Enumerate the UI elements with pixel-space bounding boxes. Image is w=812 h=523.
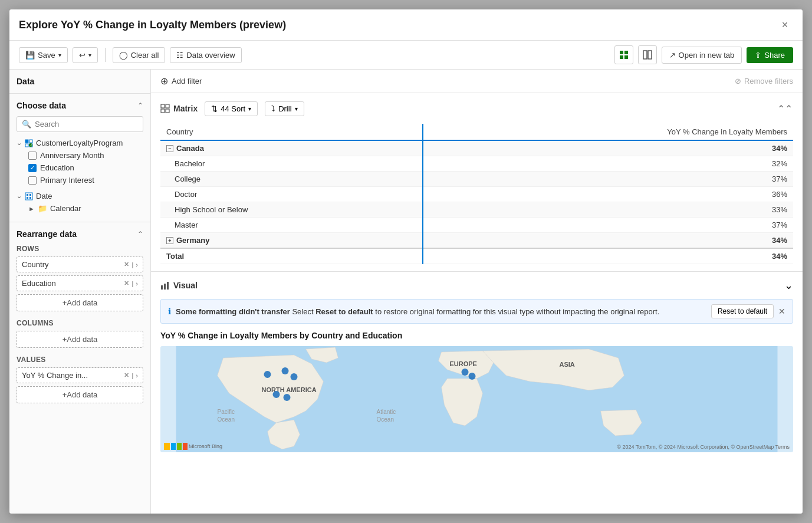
matrix-table: Country YoY % Change in Loyalty Members … xyxy=(160,124,793,264)
svg-rect-22 xyxy=(164,284,166,290)
country-chip-more[interactable]: › xyxy=(136,261,138,268)
education-chip-more[interactable]: › xyxy=(136,280,138,287)
clear-button[interactable]: ◯ Clear all xyxy=(113,47,166,63)
remove-filters-icon: ⊘ xyxy=(735,77,741,85)
expand-icon[interactable]: + xyxy=(166,237,173,244)
anniversary-checkbox[interactable] xyxy=(28,152,37,160)
data-overview-button[interactable]: ☷ Data overview xyxy=(170,47,241,63)
map-credit: © 2024 TomTom, © 2024 Microsoft Corporat… xyxy=(617,444,790,450)
table-row[interactable]: Doctor 36% xyxy=(160,187,793,202)
svg-point-36 xyxy=(284,394,291,401)
svg-rect-20 xyxy=(166,109,169,113)
svg-rect-3 xyxy=(624,55,628,59)
table-row[interactable]: College 37% xyxy=(160,172,793,187)
table-row[interactable]: + Germany 34% xyxy=(160,233,793,249)
matrix-collapse-button[interactable]: ⌃⌃ xyxy=(777,100,793,117)
svg-rect-21 xyxy=(161,285,163,290)
search-input[interactable] xyxy=(35,120,138,129)
table-row[interactable]: High School or Below 33% xyxy=(160,202,793,218)
education-checkbox[interactable]: ✓ xyxy=(28,164,37,172)
yoy-chip-more[interactable]: › xyxy=(136,372,138,379)
svg-rect-13 xyxy=(27,194,28,196)
share-button[interactable]: ⇧ Share xyxy=(747,47,793,63)
row-label: Master xyxy=(160,218,423,233)
close-button[interactable]: × xyxy=(777,17,793,33)
tree-calendar[interactable]: ► 📁 Calendar xyxy=(28,202,143,215)
rearrange-header: Rearrange data ⌃ xyxy=(17,229,143,239)
matrix-tbody: − Canada 34% Bachelor 32% xyxy=(160,140,793,264)
yoy-chip-actions: ✕ | › xyxy=(124,371,138,379)
toolbar-separator xyxy=(105,48,106,62)
rearrange-chevron[interactable]: ⌃ xyxy=(137,230,143,238)
primary-interest-checkbox[interactable] xyxy=(28,176,37,185)
row-label: College xyxy=(160,172,423,187)
values-label: Values xyxy=(17,356,143,364)
country-chip-remove[interactable]: ✕ xyxy=(124,261,129,268)
visual-collapse-button[interactable]: ⌄ xyxy=(784,279,793,292)
svg-rect-41 xyxy=(177,443,182,450)
drill-icon: ⤵ xyxy=(271,104,275,113)
row-value: 36% xyxy=(423,187,793,202)
map-container: NORTH AMERICA EUROPE ASIA Pacific Ocean … xyxy=(160,346,793,452)
svg-text:Atlantic: Atlantic xyxy=(377,409,396,415)
svg-rect-17 xyxy=(161,104,165,108)
sort-button[interactable]: ⇅ 44 Sort ▾ xyxy=(205,101,258,116)
visual-label: Visual xyxy=(160,281,198,290)
svg-text:✓: ✓ xyxy=(30,143,32,147)
table-row[interactable]: Master 37% xyxy=(160,218,793,233)
add-filter-button[interactable]: ⊕ Add filter xyxy=(160,75,202,87)
expand-icon[interactable]: − xyxy=(166,145,173,152)
svg-rect-0 xyxy=(620,51,623,54)
grid-view-button[interactable] xyxy=(614,45,633,64)
tree-child-anniversary[interactable]: Anniversary Month xyxy=(28,149,143,162)
grid-icon xyxy=(619,50,629,60)
svg-rect-39 xyxy=(164,443,170,450)
drill-chevron: ▾ xyxy=(295,106,298,112)
save-dropdown-icon: ▾ xyxy=(58,52,61,58)
rows-label: Rows xyxy=(17,245,143,253)
bing-logo xyxy=(164,443,188,450)
rows-add-data-button[interactable]: +Add data xyxy=(17,294,143,311)
info-banner-close-button[interactable]: ✕ xyxy=(778,307,785,316)
matrix-toolbar: Matrix ⇅ 44 Sort ▾ ⤵ Drill ▾ ⌃⌃ xyxy=(160,100,793,117)
yoy-chip-remove[interactable]: ✕ xyxy=(124,371,129,379)
reset-to-default-button[interactable]: Reset to default xyxy=(711,304,774,318)
svg-rect-18 xyxy=(166,104,169,108)
drill-button[interactable]: ⤵ Drill ▾ xyxy=(265,101,304,116)
tree-item-customer-loyalty[interactable]: ⌄ ✓ CustomerLoyaltyProgram xyxy=(17,137,143,149)
data-overview-icon: ☷ xyxy=(176,51,183,60)
tree-child-primary-interest[interactable]: Primary Interest xyxy=(28,174,143,186)
tree-child-education[interactable]: ✓ Education xyxy=(28,162,143,174)
values-add-data-button[interactable]: +Add data xyxy=(17,386,143,403)
svg-text:NORTH AMERICA: NORTH AMERICA xyxy=(262,386,317,393)
save-button[interactable]: 💾 Save ▾ xyxy=(19,47,68,63)
choose-data-chevron[interactable]: ⌃ xyxy=(137,101,143,110)
anniversary-label: Anniversary Month xyxy=(40,151,104,160)
table-row[interactable]: Bachelor 32% xyxy=(160,156,793,172)
svg-text:Ocean: Ocean xyxy=(377,416,394,423)
country-chip-label: Country xyxy=(22,260,49,269)
yoy-chip: YoY % Change in... ✕ | › xyxy=(17,367,143,383)
remove-filters-button[interactable]: ⊘ Remove filters xyxy=(735,77,793,85)
svg-point-34 xyxy=(291,373,298,380)
row-value: 34% xyxy=(423,248,793,264)
row-value: 37% xyxy=(423,172,793,187)
education-chip-remove[interactable]: ✕ xyxy=(124,279,129,287)
svg-text:Ocean: Ocean xyxy=(218,416,235,423)
tree-item-date[interactable]: ⌄ Date xyxy=(17,190,143,202)
table-row[interactable]: − Canada 34% xyxy=(160,140,793,156)
svg-rect-14 xyxy=(29,194,31,196)
open-new-tab-button[interactable]: ↗ Open in new tab xyxy=(662,47,742,64)
calendar-label: Calendar xyxy=(50,204,81,213)
info-icon: ℹ xyxy=(168,307,171,316)
date-table-icon xyxy=(25,192,33,200)
svg-rect-7 xyxy=(29,140,32,143)
modal-body: Data Choose data ⌃ 🔍 ⌄ xyxy=(9,70,803,514)
undo-button[interactable]: ↩ ▾ xyxy=(73,47,98,63)
columns-label: Columns xyxy=(17,319,143,327)
info-banner: ℹ Some formatting didn't transfer Select… xyxy=(160,299,793,324)
columns-add-data-button[interactable]: +Add data xyxy=(17,331,143,348)
split-view-button[interactable] xyxy=(638,45,657,64)
yoy-chip-label: YoY % Change in... xyxy=(22,371,88,380)
choose-data-section: Choose data ⌃ 🔍 ⌄ xyxy=(9,94,150,222)
